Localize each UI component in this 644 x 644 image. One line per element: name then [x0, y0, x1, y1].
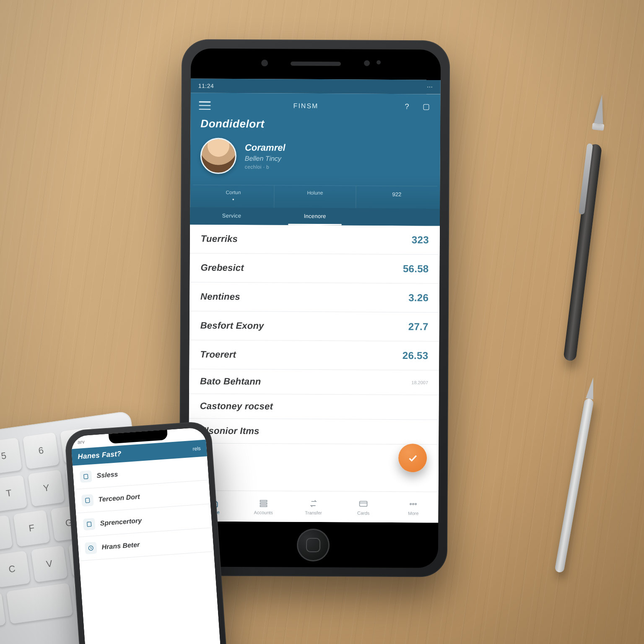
summary-cell-value: 922	[358, 191, 436, 198]
summary-cell-label	[358, 190, 436, 191]
list-item-label: Terceon Dort	[98, 493, 140, 504]
list-item[interactable]: Elsonior Itms	[189, 418, 439, 444]
svg-rect-8	[84, 474, 88, 479]
tab-bar: Service Incenore	[190, 207, 440, 226]
list-item-label: Ssless	[96, 470, 118, 479]
list-item[interactable]: Besfort Exony 27.7	[190, 311, 439, 341]
doc-icon	[83, 518, 96, 530]
svg-point-5	[410, 503, 411, 504]
summary-cell[interactable]: Holune	[274, 185, 356, 208]
status-bar: 11:24 ⋯	[191, 78, 441, 94]
primary-phone: 11:24 ⋯ FINSM ? ▢ Dondidelort Coramrel B…	[179, 39, 450, 577]
summary-cell-value: •	[194, 196, 272, 203]
list-item-value: 27.7	[408, 321, 428, 332]
tab-service[interactable]: Service	[190, 207, 273, 225]
tab-incenore[interactable]: Incenore	[273, 208, 357, 225]
nav-accounts[interactable]: Accounts	[239, 491, 289, 522]
status-time: 11:24	[198, 83, 214, 89]
list-icon	[258, 498, 268, 508]
list-item-label: Nentines	[200, 291, 240, 302]
svg-point-6	[413, 503, 414, 504]
home-button[interactable]	[297, 529, 330, 561]
svg-rect-9	[86, 498, 90, 503]
help-icon[interactable]: ?	[401, 101, 413, 112]
tab-extra[interactable]	[356, 208, 440, 226]
list-item-label: Bato Behtann	[200, 376, 261, 387]
summary-cell[interactable]: 922	[356, 186, 437, 209]
list-item-value: 56.58	[403, 263, 429, 275]
list-item-note: 18.2007	[411, 380, 428, 385]
pen-prop	[563, 93, 608, 361]
status-right: ⋯	[427, 83, 433, 90]
brand-label: FINSM	[218, 102, 393, 110]
dots-icon	[408, 499, 418, 509]
secondary-phone: arv Hanes Fast? rels Ssless Terceon Dort	[64, 421, 229, 644]
page-title: Dondidelort	[190, 113, 440, 132]
list-item[interactable]: Nentines 3.26	[190, 282, 439, 312]
nav-cards[interactable]: Cards	[338, 491, 389, 522]
avatar[interactable]	[200, 138, 236, 174]
check-icon	[407, 452, 418, 463]
nav-more[interactable]: More	[388, 492, 439, 523]
list-item-value: 26.53	[402, 350, 428, 361]
status-left: arv	[78, 439, 85, 445]
menu-icon[interactable]	[199, 101, 210, 110]
card-icon[interactable]: ▢	[420, 101, 432, 112]
profile-name: Coramrel	[245, 142, 286, 153]
svg-point-7	[415, 503, 416, 504]
summary-cell-value	[276, 197, 354, 197]
nav-label: Transfer	[305, 510, 322, 515]
list-item[interactable]: Castoney rocset	[189, 394, 439, 420]
list-item-value: 3.26	[408, 292, 428, 304]
list-item-label: Castoney rocset	[200, 401, 273, 412]
profile-block[interactable]: Coramrel Bellen Tincy cechloi · b	[190, 131, 441, 181]
list-item-label: Grebesict	[200, 262, 244, 274]
secondary-action[interactable]: rels	[192, 445, 201, 452]
list-item-value: 323	[412, 234, 429, 246]
list-item-label: Hrans Beter	[101, 541, 140, 551]
summary-cell-label: Cortun	[194, 189, 272, 195]
doc-icon	[81, 494, 94, 507]
list-item-label: Troerert	[200, 349, 236, 360]
list-item[interactable]: Tuerriks 323	[190, 224, 440, 254]
summary-strip: Cortun • Holune 922	[192, 184, 437, 208]
list-item[interactable]: Grebesict 56.58	[190, 253, 439, 283]
secondary-screen: arv Hanes Fast? rels Ssless Terceon Dort	[70, 427, 223, 644]
list-item-label: Tuerriks	[201, 234, 238, 244]
summary-cell-label: Holune	[276, 190, 354, 196]
swap-icon	[309, 498, 319, 508]
nav-transfer[interactable]: Transfer	[288, 491, 339, 522]
svg-rect-3	[360, 501, 367, 506]
app-screen: 11:24 ⋯ FINSM ? ▢ Dondidelort Coramrel B…	[188, 78, 441, 522]
nav-label: More	[408, 511, 418, 516]
svg-rect-10	[87, 522, 91, 527]
doc-icon	[80, 470, 92, 483]
summary-cell[interactable]: Cortun •	[192, 185, 274, 208]
secondary-list: Ssless Terceon Dort Sprencertory Hrans B…	[73, 456, 221, 644]
bottom-nav: Home Accounts Transfer Cards More	[188, 490, 438, 522]
clock-icon	[85, 542, 97, 554]
profile-meta: cechloi · b	[245, 164, 286, 170]
list-item[interactable]: Bato Behtann 18.2007	[189, 369, 439, 395]
svg-rect-1	[260, 503, 267, 504]
nav-label: Accounts	[254, 510, 273, 515]
svg-rect-2	[260, 505, 267, 506]
profile-subtitle: Bellen Tincy	[245, 155, 286, 163]
list-item-label: Sprencertory	[100, 517, 142, 527]
header: FINSM ? ▢ Dondidelort Coramrel Bellen Ti…	[190, 93, 441, 226]
fab-action-button[interactable]	[398, 444, 427, 472]
list-item[interactable]: Troerert 26.53	[189, 340, 439, 370]
svg-rect-0	[260, 500, 267, 501]
list-item-label: Besfort Exony	[200, 320, 264, 332]
stylus-prop	[554, 377, 598, 573]
nav-label: Cards	[357, 510, 369, 515]
card-icon	[358, 499, 369, 509]
